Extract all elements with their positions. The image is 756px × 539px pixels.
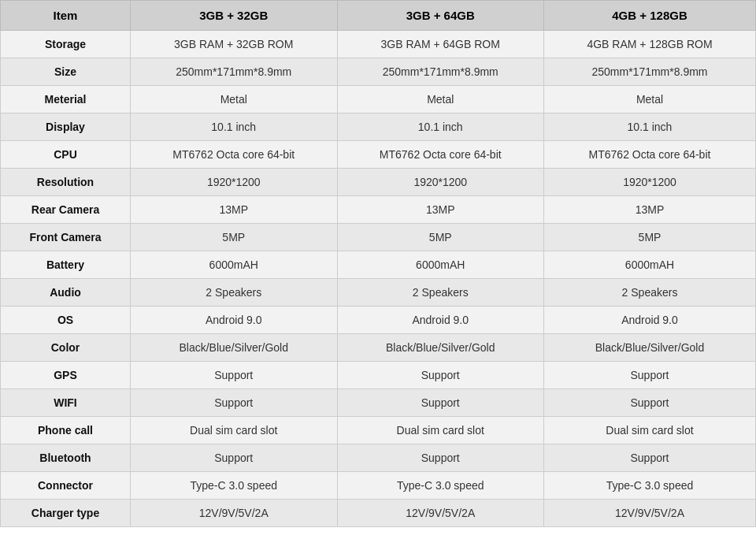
row-label: GPS bbox=[1, 362, 131, 389]
table-row: MeterialMetalMetalMetal bbox=[1, 86, 756, 113]
table-row: ColorBlack/Blue/Silver/GoldBlack/Blue/Si… bbox=[1, 334, 756, 362]
row-value: 13MP bbox=[337, 196, 544, 224]
table-row: OSAndroid 9.0Android 9.0Android 9.0 bbox=[1, 307, 756, 334]
row-value: Support bbox=[544, 362, 756, 389]
row-value: 6000mAH bbox=[337, 251, 544, 279]
row-value: 10.1 inch bbox=[337, 113, 544, 141]
row-value: 3GB RAM + 64GB ROM bbox=[337, 31, 544, 58]
row-value: Type-C 3.0 speed bbox=[544, 472, 756, 500]
spec-table: Item 3GB + 32GB 3GB + 64GB 4GB + 128GB S… bbox=[0, 0, 756, 527]
row-value: 5MP bbox=[544, 224, 756, 251]
col-header-item: Item bbox=[1, 1, 131, 31]
row-value: Support bbox=[337, 362, 544, 389]
table-row: GPSSupportSupportSupport bbox=[1, 362, 756, 389]
row-value: Support bbox=[131, 362, 338, 389]
table-row: BluetoothSupportSupportSupport bbox=[1, 444, 756, 472]
row-value: Black/Blue/Silver/Gold bbox=[131, 334, 338, 362]
row-value: Type-C 3.0 speed bbox=[337, 472, 544, 500]
row-value: 6000mAH bbox=[131, 251, 338, 279]
row-value: 10.1 inch bbox=[544, 113, 756, 141]
row-value: 5MP bbox=[337, 224, 544, 251]
row-value: 6000mAH bbox=[544, 251, 756, 279]
row-value: 3GB RAM + 32GB ROM bbox=[131, 31, 338, 58]
table-header-row: Item 3GB + 32GB 3GB + 64GB 4GB + 128GB bbox=[1, 1, 756, 31]
row-value: Support bbox=[131, 444, 338, 472]
table-row: Phone callDual sim card slotDual sim car… bbox=[1, 417, 756, 444]
table-row: Size250mm*171mm*8.9mm250mm*171mm*8.9mm25… bbox=[1, 58, 756, 86]
row-value: Android 9.0 bbox=[337, 307, 544, 334]
row-value: Metal bbox=[131, 86, 338, 113]
row-value: 2 Speakers bbox=[337, 279, 544, 307]
row-value: Support bbox=[337, 444, 544, 472]
row-value: Dual sim card slot bbox=[337, 417, 544, 444]
row-value: 2 Speakers bbox=[544, 279, 756, 307]
table-row: Charger type12V/9V/5V/2A12V/9V/5V/2A12V/… bbox=[1, 500, 756, 527]
row-value: 1920*1200 bbox=[544, 169, 756, 196]
row-value: MT6762 Octa core 64-bit bbox=[337, 141, 544, 169]
row-value: Black/Blue/Silver/Gold bbox=[337, 334, 544, 362]
row-value: 13MP bbox=[544, 196, 756, 224]
row-value: Android 9.0 bbox=[131, 307, 338, 334]
row-value: Metal bbox=[544, 86, 756, 113]
row-value: 5MP bbox=[131, 224, 338, 251]
col-header-4gb128gb: 4GB + 128GB bbox=[544, 1, 756, 31]
row-value: Support bbox=[544, 444, 756, 472]
row-label: Audio bbox=[1, 279, 131, 307]
table-row: Display10.1 inch10.1 inch10.1 inch bbox=[1, 113, 756, 141]
row-label: OS bbox=[1, 307, 131, 334]
row-label: Meterial bbox=[1, 86, 131, 113]
row-value: 250mm*171mm*8.9mm bbox=[131, 58, 338, 86]
row-label: Phone call bbox=[1, 417, 131, 444]
row-value: 13MP bbox=[131, 196, 338, 224]
row-value: Support bbox=[544, 389, 756, 417]
row-value: Dual sim card slot bbox=[131, 417, 338, 444]
row-label: CPU bbox=[1, 141, 131, 169]
row-label: Battery bbox=[1, 251, 131, 279]
row-value: 250mm*171mm*8.9mm bbox=[337, 58, 544, 86]
row-value: 250mm*171mm*8.9mm bbox=[544, 58, 756, 86]
table-row: Rear Camera13MP13MP13MP bbox=[1, 196, 756, 224]
table-row: Battery6000mAH6000mAH6000mAH bbox=[1, 251, 756, 279]
row-value: 10.1 inch bbox=[131, 113, 338, 141]
row-label: Front Camera bbox=[1, 224, 131, 251]
table-row: CPUMT6762 Octa core 64-bitMT6762 Octa co… bbox=[1, 141, 756, 169]
col-header-3gb32gb: 3GB + 32GB bbox=[131, 1, 338, 31]
row-value: 4GB RAM + 128GB ROM bbox=[544, 31, 756, 58]
row-label: Color bbox=[1, 334, 131, 362]
table-row: Storage3GB RAM + 32GB ROM3GB RAM + 64GB … bbox=[1, 31, 756, 58]
row-value: MT6762 Octa core 64-bit bbox=[131, 141, 338, 169]
row-label: Resolution bbox=[1, 169, 131, 196]
row-value: MT6762 Octa core 64-bit bbox=[544, 141, 756, 169]
row-label: Rear Camera bbox=[1, 196, 131, 224]
row-value: Type-C 3.0 speed bbox=[131, 472, 338, 500]
table-row: Resolution1920*12001920*12001920*1200 bbox=[1, 169, 756, 196]
row-value: 12V/9V/5V/2A bbox=[544, 500, 756, 527]
spec-table-container: Item 3GB + 32GB 3GB + 64GB 4GB + 128GB S… bbox=[0, 0, 756, 527]
row-label: Charger type bbox=[1, 500, 131, 527]
row-value: Metal bbox=[337, 86, 544, 113]
row-label: Display bbox=[1, 113, 131, 141]
row-label: Connector bbox=[1, 472, 131, 500]
row-value: 1920*1200 bbox=[337, 169, 544, 196]
row-value: Support bbox=[131, 389, 338, 417]
row-value: 2 Speakers bbox=[131, 279, 338, 307]
col-header-3gb64gb: 3GB + 64GB bbox=[337, 1, 544, 31]
row-label: WIFI bbox=[1, 389, 131, 417]
row-label: Bluetooth bbox=[1, 444, 131, 472]
table-row: Front Camera5MP5MP5MP bbox=[1, 224, 756, 251]
row-label: Storage bbox=[1, 31, 131, 58]
table-row: ConnectorType-C 3.0 speedType-C 3.0 spee… bbox=[1, 472, 756, 500]
row-value: Support bbox=[337, 389, 544, 417]
row-value: 12V/9V/5V/2A bbox=[131, 500, 338, 527]
table-row: WIFISupportSupportSupport bbox=[1, 389, 756, 417]
row-value: Dual sim card slot bbox=[544, 417, 756, 444]
row-value: Black/Blue/Silver/Gold bbox=[544, 334, 756, 362]
row-value: Android 9.0 bbox=[544, 307, 756, 334]
row-value: 12V/9V/5V/2A bbox=[337, 500, 544, 527]
row-label: Size bbox=[1, 58, 131, 86]
table-row: Audio2 Speakers2 Speakers2 Speakers bbox=[1, 279, 756, 307]
row-value: 1920*1200 bbox=[131, 169, 338, 196]
